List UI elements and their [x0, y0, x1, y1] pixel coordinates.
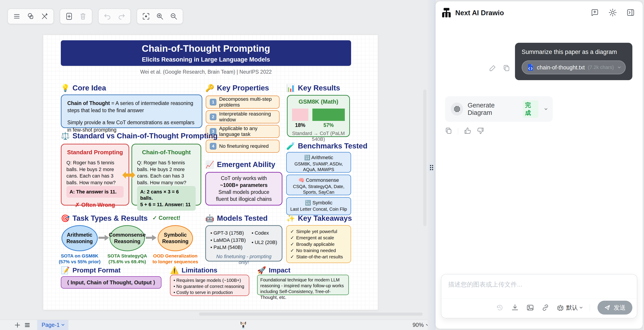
collapse-panel-icon[interactable]	[626, 9, 634, 18]
sparkles-icon: ✨	[286, 214, 295, 223]
thumbs-down-icon[interactable]	[477, 127, 484, 135]
ai-assistant-panel: Next AI Drawio Summarize this paper as a…	[436, 1, 643, 329]
section-limitations-header: ⚠️ Limitations	[170, 266, 217, 274]
zoom-in-icon[interactable]	[154, 11, 166, 22]
test-tube-icon: 🧪	[286, 142, 295, 150]
standard-prompting-node[interactable]: Standard Prompting Q: Roger has 5 tennis…	[61, 144, 129, 206]
zoom-level-select[interactable]: 90%	[412, 322, 428, 328]
delete-icon[interactable]	[77, 11, 89, 22]
send-button[interactable]: 发送	[598, 301, 632, 314]
diagram-title: Chain-of-Thought Prompting	[142, 43, 270, 54]
new-chat-icon[interactable]	[591, 9, 599, 18]
symbols-icon: 🔣	[305, 200, 311, 206]
panel-resize-handle[interactable]	[428, 163, 434, 172]
benchmark-commonsense-node[interactable]: 🧠 Commonsense CSQA, StrategyQA, Date, Sp…	[286, 175, 351, 195]
gsm8k-results-node[interactable]: GSM8K (Math) 18% 57% Standard → CoT (PaL…	[287, 95, 350, 137]
property-node[interactable]: 1Decomposes multi-step problems	[206, 96, 280, 109]
canvas-bottom-bar: Page-1 90%	[0, 320, 434, 330]
prompt-format-node[interactable]: ⟨ Input, Chain of Thought, Output ⟩	[61, 276, 162, 289]
property-node[interactable]: 2Interpretable reasoning window	[206, 110, 280, 123]
commonsense-reasoning-node[interactable]: Commonsense Reasoning	[110, 225, 145, 251]
robot-model-icon	[557, 304, 564, 311]
download-icon[interactable]	[511, 304, 519, 311]
keycap-4-icon: 4	[210, 143, 216, 149]
panel-title: Next AI Drawio	[455, 9, 504, 17]
paper-plane-icon	[604, 304, 610, 311]
vertical-scrollbar[interactable]	[423, 90, 426, 226]
cot-bar-label: 57%	[312, 122, 345, 128]
benchmark-symbolic-node[interactable]: 🔣 Symbolic Last Letter Concat, Coin Flip	[286, 197, 351, 215]
cot-prompting-node[interactable]: Chain-of-Thought Q: Roger has 5 tennis b…	[132, 144, 201, 206]
menu-icon[interactable]	[11, 11, 22, 22]
image-icon[interactable]	[526, 304, 534, 311]
add-page-icon[interactable]	[12, 321, 22, 329]
history-icon[interactable]	[496, 304, 504, 311]
app-logo-icon	[441, 8, 452, 18]
shapes-icon[interactable]	[25, 11, 36, 22]
tool-label: Generate Diagram	[468, 102, 518, 116]
response-actions	[445, 127, 484, 135]
attachment-chip[interactable]: chain-of-thought.txt (7.2k chars)	[522, 60, 626, 74]
zoom-out-icon[interactable]	[168, 11, 180, 22]
page-tab[interactable]: Page-1	[37, 320, 68, 330]
diagram-attribution: Wei et al. (Google Research, Brain Team)…	[43, 69, 369, 75]
horizontal-scrollbar[interactable]	[199, 312, 422, 316]
symbolic-reasoning-node[interactable]: Symbolic Reasoning	[158, 225, 193, 251]
property-node[interactable]: 4No finetuning required	[206, 140, 280, 153]
diagram-subtitle: Elicits Reasoning in Large Language Mode…	[142, 56, 270, 63]
copy-message-icon[interactable]	[503, 65, 510, 73]
key-takeaways-node[interactable]: ✓Simple yet powerful ✓Emergent at scale …	[286, 225, 351, 263]
keycap-2-icon: 2	[210, 113, 216, 120]
cross-mark-icon: ✗	[75, 202, 80, 208]
brain-icon: 🧠	[298, 177, 304, 183]
generate-diagram-card[interactable]: Generate Diagram 完成	[445, 96, 553, 122]
impact-node[interactable]: Foundational technique for modern LLM re…	[257, 275, 349, 295]
section-comparison-header: ⚖️ Standard vs Chain-of-Thought Promptin…	[61, 132, 218, 140]
model-select[interactable]: 默认	[557, 304, 582, 312]
arithmetic-caption: SOTA on GSM8K (57% vs 55% prior)	[55, 253, 104, 265]
pages-list-icon[interactable]	[22, 321, 32, 329]
fit-view-icon[interactable]	[140, 11, 152, 22]
user-message-bubble: Summarize this paper as a diagram chain-…	[515, 43, 632, 80]
diagram-page[interactable]: Chain-of-Thought Prompting Elicits Reaso…	[43, 35, 378, 310]
copy-response-icon[interactable]	[445, 127, 452, 135]
attachment-meta: (7.2k chars)	[588, 65, 614, 70]
diagram-title-node[interactable]: Chain-of-Thought Prompting Elicits Reaso…	[61, 40, 351, 66]
toolbar-group-zoom	[137, 9, 183, 24]
check-mark-icon: ✓	[152, 215, 157, 221]
edit-tools-icon[interactable]	[39, 11, 50, 22]
standard-bar-label: 18%	[292, 122, 308, 128]
thumbs-up-icon[interactable]	[464, 127, 471, 135]
link-icon[interactable]	[542, 304, 549, 311]
models-tested-node[interactable]: • GPT-3 (175B) • LaMDA (137B) • PaLM (54…	[205, 225, 282, 261]
add-frame-icon[interactable]	[63, 11, 75, 22]
github-mascot[interactable]	[239, 320, 248, 329]
toolbar-group-history	[98, 9, 131, 24]
section-impact-header: 🚀 Impact	[257, 266, 290, 274]
mini-bar-chart	[290, 108, 347, 121]
section-prompt-format-header: 📝 Prompt Format	[61, 266, 120, 274]
toolbar-group-main	[8, 9, 54, 24]
section-key-properties-header: 🔑 Key Properties	[205, 84, 269, 92]
emergent-ability-node[interactable]: CoT only works with ~100B+ parameters Sm…	[205, 172, 282, 206]
prompt-input[interactable]	[442, 274, 637, 299]
edit-message-icon[interactable]	[489, 65, 496, 73]
numbers-icon: 🔢	[304, 155, 310, 160]
rocket-icon: 🚀	[257, 266, 266, 274]
section-benchmarks-header: 🧪 Benchmarks Tested	[286, 142, 368, 150]
core-idea-node[interactable]: Chain of Thought = A series of intermedi…	[61, 94, 202, 128]
symbolic-caption: OOD Generalization to longer sequences	[151, 253, 200, 265]
section-takeaways-header: ✨ Key Takeaways	[286, 214, 352, 223]
arithmetic-reasoning-node[interactable]: Arithmetic Reasoning	[62, 225, 98, 251]
canvas-area[interactable]: Chain-of-Thought Prompting Elicits Reaso…	[0, 0, 434, 330]
undo-icon[interactable]	[102, 11, 113, 22]
redo-icon[interactable]	[116, 11, 127, 22]
settings-gear-icon[interactable]	[609, 9, 617, 18]
balance-scale-icon: ⚖️	[61, 132, 70, 140]
chevron-down-icon	[62, 323, 64, 326]
keycap-1-icon: 1	[210, 99, 216, 105]
limitations-node[interactable]: • Requires large models (~100B+) • No gu…	[170, 275, 249, 296]
bar-chart-icon: 📊	[286, 84, 295, 92]
benchmark-arithmetic-node[interactable]: 🔢 Arithmetic GSM8K, SVAMP, ASDiv, AQuA, …	[286, 152, 351, 173]
chevron-down-icon	[544, 107, 547, 110]
